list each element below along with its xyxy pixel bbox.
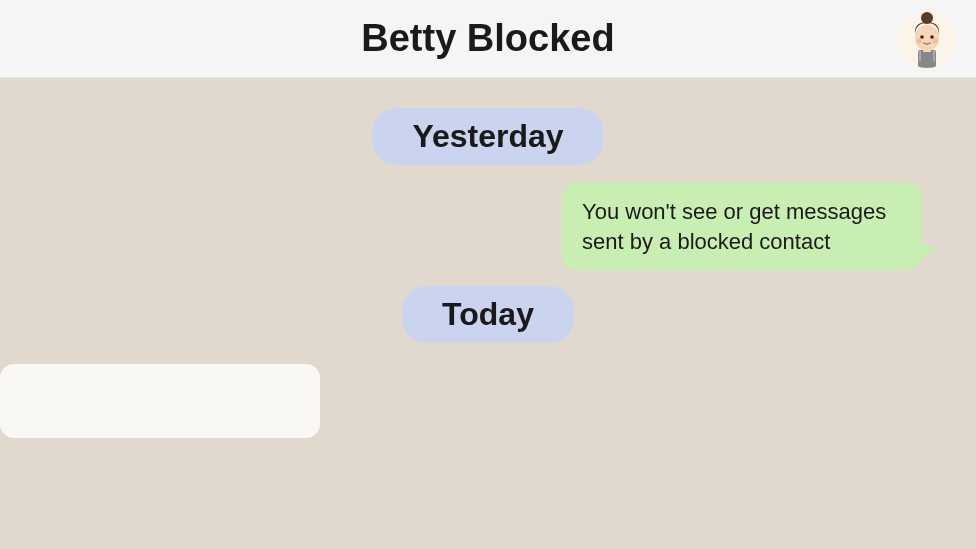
svg-rect-8 <box>919 51 921 61</box>
contact-avatar[interactable] <box>898 10 956 68</box>
svg-point-4 <box>930 35 934 39</box>
incoming-message-bubble[interactable] <box>0 364 320 438</box>
svg-point-2 <box>921 12 933 24</box>
svg-rect-10 <box>923 48 931 52</box>
chat-messages-area: Yesterday You won't see or get messages … <box>0 78 976 549</box>
chat-header: Betty Blocked <box>0 0 976 78</box>
svg-point-6 <box>933 38 938 43</box>
svg-point-1 <box>915 25 939 51</box>
svg-point-5 <box>917 38 922 43</box>
date-separator-yesterday: Yesterday <box>372 108 603 165</box>
svg-point-3 <box>920 35 924 39</box>
contact-name: Betty Blocked <box>361 17 614 60</box>
message-text: You won't see or get messages sent by a … <box>582 199 886 254</box>
avatar-icon <box>898 10 956 68</box>
outgoing-message-bubble[interactable]: You won't see or get messages sent by a … <box>562 183 922 270</box>
svg-rect-9 <box>933 51 935 61</box>
date-separator-today: Today <box>402 286 574 343</box>
